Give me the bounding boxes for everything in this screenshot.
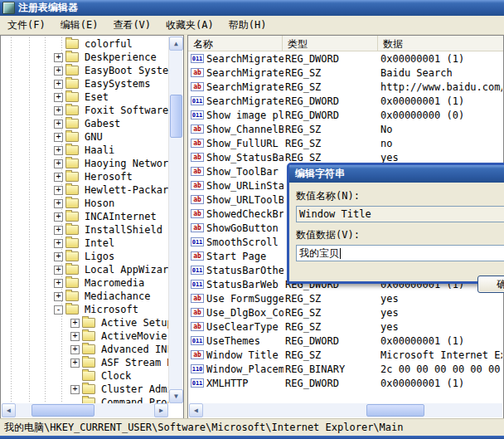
ok-button[interactable]: 确定 xyxy=(477,276,504,293)
list-hscroll-thumb[interactable] xyxy=(366,404,424,417)
tree-expander-icon[interactable]: + xyxy=(54,199,63,208)
value-name-cell[interactable]: SearchMigrate... xyxy=(189,81,284,93)
scroll-up-icon[interactable]: ▲ xyxy=(169,37,183,51)
tree-node[interactable]: + Macromedia xyxy=(2,276,168,290)
value-name-cell[interactable]: StatusBarOther xyxy=(189,265,284,276)
tree-node[interactable]: colorful xyxy=(2,37,168,51)
tree-expander-icon[interactable]: + xyxy=(54,133,63,142)
value-name-cell[interactable]: ShowGoButton xyxy=(189,222,284,234)
value-name-cell[interactable]: Window Title xyxy=(189,349,284,361)
tree-node-label[interactable]: INCAInternet xyxy=(83,211,158,222)
value-row[interactable]: Window_Placement REG_BINARY 2c 00 00 00 … xyxy=(189,362,502,376)
tree-node[interactable]: + Foxit Software 2 xyxy=(2,104,168,117)
tree-node-label[interactable]: EasySystems xyxy=(83,78,152,90)
column-header-type[interactable]: 类型 xyxy=(283,36,378,51)
tree-node[interactable]: - Microsoft xyxy=(2,303,168,316)
tree-expander-icon[interactable]: + xyxy=(70,319,80,328)
tree-expander-icon[interactable]: + xyxy=(54,292,63,301)
tree-node[interactable]: + InstallShield xyxy=(2,223,168,237)
list-horizontal-scrollbar[interactable]: ◀ xyxy=(189,403,502,417)
tree-node-label[interactable]: Herosoft xyxy=(83,171,134,183)
value-data-input[interactable]: 我的宝贝 xyxy=(296,245,504,261)
tree-expander-icon[interactable]: + xyxy=(54,120,63,129)
value-row[interactable]: UseClearType REG_SZ yes xyxy=(189,319,502,334)
tree-expander-icon[interactable]: + xyxy=(54,106,63,115)
tree-node[interactable]: + Haoying Network xyxy=(2,157,168,170)
tree-expander-icon[interactable]: + xyxy=(70,359,80,368)
tree-expander-icon[interactable]: + xyxy=(54,212,63,222)
tree-node[interactable]: Clock xyxy=(2,369,168,383)
tree-node-label[interactable]: Macromedia xyxy=(83,277,146,289)
tree-node-label[interactable]: Cluster Admin xyxy=(99,383,168,395)
value-row[interactable]: Show_FullURL REG_SZ no xyxy=(189,136,502,150)
tree-node-label[interactable]: Mediachance xyxy=(83,290,152,302)
value-row[interactable]: SearchMigrated REG_DWORD 0x00000001 (1) xyxy=(189,51,502,66)
value-row[interactable]: UseThemes REG_DWORD 0x00000001 (1) xyxy=(189,334,502,348)
tree-horizontal-scrollbar[interactable]: ◀ ▶ xyxy=(2,403,168,417)
tree-expander-icon[interactable]: + xyxy=(54,93,63,102)
tree-expander-icon[interactable]: + xyxy=(54,266,63,275)
scroll-down-icon[interactable]: ▼ xyxy=(169,389,183,403)
value-row[interactable]: XMLHTTP REG_DWORD 0x00000001 (1) xyxy=(189,376,502,390)
tree-expander-icon[interactable]: + xyxy=(54,66,63,76)
tree-node[interactable]: + ASF Stream De xyxy=(2,356,168,369)
value-name-cell[interactable]: Show_FullURL xyxy=(189,138,284,149)
tree-node[interactable]: + Gabest xyxy=(2,117,168,130)
value-name-cell[interactable]: Show_URLinSta... xyxy=(189,180,284,192)
tree-node-label[interactable]: GNU xyxy=(83,131,104,143)
tree-expander-icon[interactable]: + xyxy=(54,226,63,235)
value-row[interactable]: Show_ChannelBand REG_SZ No xyxy=(189,122,502,136)
value-name-cell[interactable]: Use_DlgBox_Co... xyxy=(189,307,284,319)
value-row[interactable]: Use FormSuggest REG_SZ yes xyxy=(189,291,502,305)
tree-node-label[interactable]: Command Proce xyxy=(99,397,168,403)
tree-node-label[interactable]: Haali xyxy=(83,144,116,156)
tree-node-label[interactable]: Eset xyxy=(83,91,110,103)
tree-vscroll-thumb[interactable] xyxy=(170,95,182,138)
menu-view[interactable]: 查看(V) xyxy=(105,17,158,34)
tree-node-label[interactable]: ActiveMovie xyxy=(99,330,168,342)
tree-node[interactable]: + ActiveMovie xyxy=(2,329,168,343)
value-row[interactable]: SearchMigrate... REG_DWORD 0x00000001 (1… xyxy=(189,94,502,108)
value-name-cell[interactable]: Show_URLToolBar xyxy=(189,194,284,206)
value-row[interactable]: SearchMigrate... REG_SZ http://www.baidu… xyxy=(189,80,502,94)
tree-node-label[interactable]: Gabest xyxy=(83,118,122,129)
menu-favorites[interactable]: 收藏夹(A) xyxy=(158,17,221,34)
tree-expander-icon[interactable]: + xyxy=(54,80,63,89)
value-name-cell[interactable]: ShowedCheckBr... xyxy=(189,208,284,220)
value-name-cell[interactable]: StatusBarWeb xyxy=(189,279,284,290)
tree-expander-icon[interactable]: + xyxy=(54,252,63,261)
tree-hscroll-thumb[interactable] xyxy=(32,404,94,417)
tree-node-label[interactable]: ASF Stream De xyxy=(99,357,168,368)
tree-expander-icon[interactable]: + xyxy=(70,332,80,341)
tree-node[interactable]: + GNU xyxy=(2,130,168,144)
tree-node-label[interactable]: Advanced INF xyxy=(99,344,168,355)
value-row[interactable]: SearchMigrate... REG_SZ Baidu Search xyxy=(189,66,502,80)
tree-node-label[interactable]: Haoying Network xyxy=(83,158,168,169)
tree-expander-icon[interactable]: + xyxy=(54,53,63,62)
tree-node-label[interactable]: Deskperience xyxy=(83,51,158,63)
tree-node-label[interactable]: Hoson xyxy=(83,198,116,209)
tree-expander-icon[interactable]: + xyxy=(70,385,80,394)
tree-node-label[interactable]: Microsoft xyxy=(83,304,140,315)
tree-vertical-scrollbar[interactable]: ▲ ▼ xyxy=(168,37,182,403)
tree-node-label[interactable]: InstallShield xyxy=(83,224,164,236)
scroll-left-icon[interactable]: ◀ xyxy=(2,403,16,417)
tree-node-label[interactable]: Intel xyxy=(83,237,116,249)
tree-node[interactable]: + Intel xyxy=(2,237,168,250)
tree-node[interactable]: + Local AppWizard- xyxy=(2,263,168,276)
tree-expander-icon[interactable]: + xyxy=(54,159,63,168)
tree-node[interactable]: + Haali xyxy=(2,144,168,157)
value-name-cell[interactable]: SearchMigrate... xyxy=(189,95,284,107)
column-header-name[interactable]: 名称 xyxy=(188,36,283,51)
tree-expander-icon[interactable]: - xyxy=(54,305,63,315)
value-name-cell[interactable]: SearchMigrate... xyxy=(189,67,284,79)
tree-expander-icon[interactable]: + xyxy=(54,239,63,248)
tree-node-label[interactable]: EasyBoot Systems xyxy=(83,65,168,76)
tree-node-label[interactable]: Foxit Software 2 xyxy=(83,105,168,116)
value-name-cell[interactable]: UseThemes xyxy=(189,335,284,347)
menu-help[interactable]: 帮助(H) xyxy=(221,17,274,34)
tree-node[interactable]: + Deskperience xyxy=(2,51,168,64)
tree-node[interactable]: + Eset xyxy=(2,90,168,104)
value-name-cell[interactable]: Show_ToolBar xyxy=(189,166,284,178)
tree-node[interactable]: + Active Setup xyxy=(2,316,168,329)
